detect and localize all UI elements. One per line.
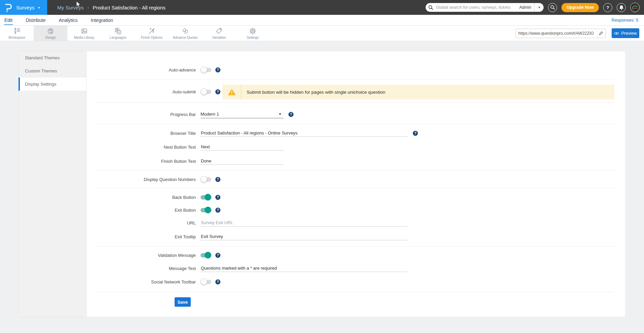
eye-icon xyxy=(614,32,619,35)
divider xyxy=(96,124,614,124)
help-icon[interactable]: ? xyxy=(215,195,220,200)
survey-url-box xyxy=(516,29,606,38)
page-title: Product Satisfaction - All regions xyxy=(93,5,165,10)
toggle-knob xyxy=(201,176,207,183)
exit-button-toggle[interactable] xyxy=(201,208,211,212)
help-icon[interactable]: ? xyxy=(215,208,220,213)
auto-submit-warning: Submit button will be hidden for pages w… xyxy=(222,85,614,99)
search-scope-caret-icon[interactable]: ▼ xyxy=(535,6,544,9)
browser-title-row: Browser Title ? xyxy=(87,128,614,138)
toolbar-item-workspace[interactable]: Workspace xyxy=(0,26,34,41)
display-question-numbers-label: Display Question Numbers xyxy=(87,177,196,182)
top-header: Surveys ▾ My Surveys › Product Satisfact… xyxy=(0,0,644,15)
message-text-input[interactable] xyxy=(201,265,407,272)
finish-button-text-input[interactable] xyxy=(201,157,283,165)
preview-button[interactable]: Preview xyxy=(612,28,639,38)
help-icon[interactable]: ? xyxy=(215,177,220,182)
help-icon[interactable]: ? xyxy=(288,112,294,117)
tab-distribute[interactable]: Distribute xyxy=(25,16,46,25)
toolbar-item-advance-quotas[interactable]: Advance Quotas xyxy=(168,26,202,41)
validation-message-toggle[interactable] xyxy=(201,253,211,258)
next-button-text-input[interactable] xyxy=(201,143,283,151)
warning-message: Submit button will be hidden for pages w… xyxy=(241,90,385,95)
search-input[interactable] xyxy=(436,5,516,10)
main-content: Standard Themes Custom Themes Display Se… xyxy=(0,41,644,333)
toggle-knob xyxy=(201,88,207,95)
auto-submit-toggle[interactable] xyxy=(201,90,211,94)
preview-label: Preview xyxy=(621,31,637,36)
toolbar-item-settings[interactable]: Settings xyxy=(236,26,270,41)
tab-analytics[interactable]: Analytics xyxy=(58,16,78,25)
exit-tooltip-label: Exit Tooltip xyxy=(87,234,196,239)
tab-edit[interactable]: Edit xyxy=(4,16,13,25)
mouse-cursor xyxy=(76,1,81,8)
auto-advance-toggle[interactable] xyxy=(201,68,211,72)
bell-icon xyxy=(619,5,624,10)
sidebar-item-label: Custom Themes xyxy=(25,68,57,73)
divider xyxy=(96,188,614,188)
display-settings-form: Auto-advance ? Auto-submit ? xyxy=(87,51,625,317)
social-network-toolbar-toggle[interactable] xyxy=(201,280,211,284)
help-icon[interactable]: ? xyxy=(413,131,418,136)
help-icon[interactable]: ? xyxy=(215,89,220,94)
warning-triangle-icon xyxy=(228,88,236,96)
toolbar-item-variables[interactable]: Variables xyxy=(202,26,236,41)
divider xyxy=(96,170,614,170)
progress-bar-select[interactable]: Modern 1 ▼ xyxy=(201,111,283,118)
toolbar-right: Preview xyxy=(516,26,644,41)
sidebar-item-standard-themes[interactable]: Standard Themes xyxy=(19,51,86,64)
progress-bar-value: Modern 1 xyxy=(201,112,219,117)
media-library-icon xyxy=(80,27,88,35)
edit-url-button[interactable] xyxy=(596,29,606,38)
exit-button-row: Exit Button ? xyxy=(87,205,614,215)
global-search: Admin ▼ xyxy=(426,3,544,12)
toolbar-item-finish-options[interactable]: Finish Options xyxy=(135,26,168,41)
message-text-label: Message Text xyxy=(87,266,196,271)
exit-tooltip-input[interactable] xyxy=(201,233,407,240)
search-icon xyxy=(426,5,436,10)
chevron-down-icon: ▾ xyxy=(38,6,40,9)
divider xyxy=(96,292,614,292)
display-question-numbers-row: Display Question Numbers ? xyxy=(87,175,614,184)
upgrade-now-button[interactable]: Upgrade Now xyxy=(561,3,599,12)
toolbar-label: Settings xyxy=(247,36,259,39)
auto-advance-label: Auto-advance xyxy=(87,67,196,72)
display-question-numbers-toggle[interactable] xyxy=(201,177,211,182)
toolbar-item-languages[interactable]: A Languages xyxy=(101,26,135,41)
help-icon[interactable]: ? xyxy=(215,279,220,284)
toggle-knob xyxy=(201,278,207,285)
search-scope-selector[interactable]: Admin xyxy=(516,5,534,10)
toolbar-item-design[interactable]: Design xyxy=(34,26,67,41)
sidebar-item-display-settings[interactable]: Display Settings xyxy=(19,78,86,91)
help-icon[interactable]: ? xyxy=(215,67,220,72)
app-menu[interactable]: Surveys ▾ xyxy=(0,0,47,15)
survey-url-input[interactable] xyxy=(516,31,596,36)
save-button[interactable]: Save xyxy=(175,297,191,307)
finish-button-text-row: Finish Button Text xyxy=(87,156,614,166)
next-button-text-label: Next Button Text xyxy=(87,145,196,150)
back-button-row: Back Button ? xyxy=(87,192,614,202)
advance-quotas-links-icon xyxy=(181,27,189,35)
back-button-label: Back Button xyxy=(87,195,196,200)
responses-count[interactable]: Responses: 5 xyxy=(612,18,644,23)
toolbar-item-media-library[interactable]: Media Library xyxy=(67,26,101,41)
next-button-text-row: Next Button Text xyxy=(87,142,614,152)
notifications-button[interactable] xyxy=(617,3,626,12)
validation-message-label: Validation Message xyxy=(87,253,196,258)
auto-advance-row: Auto-advance ? xyxy=(87,65,614,74)
avatar-logo-icon xyxy=(631,3,639,11)
toggle-knob xyxy=(205,207,211,213)
tab-integration[interactable]: Integration xyxy=(90,16,113,25)
search-submit-button[interactable] xyxy=(548,3,557,12)
pencil-icon xyxy=(599,31,603,35)
browser-title-label: Browser Title xyxy=(87,131,196,136)
settings-gear-icon xyxy=(249,27,257,35)
help-icon[interactable]: ? xyxy=(215,253,220,258)
sidebar-item-custom-themes[interactable]: Custom Themes xyxy=(19,64,86,78)
user-avatar[interactable] xyxy=(630,3,640,12)
social-network-toolbar-label: Social Network Toolbar xyxy=(87,279,196,284)
exit-url-input[interactable] xyxy=(201,219,407,226)
help-button[interactable]: ? xyxy=(603,3,612,12)
browser-title-input[interactable] xyxy=(201,129,407,137)
back-button-toggle[interactable] xyxy=(201,195,211,200)
